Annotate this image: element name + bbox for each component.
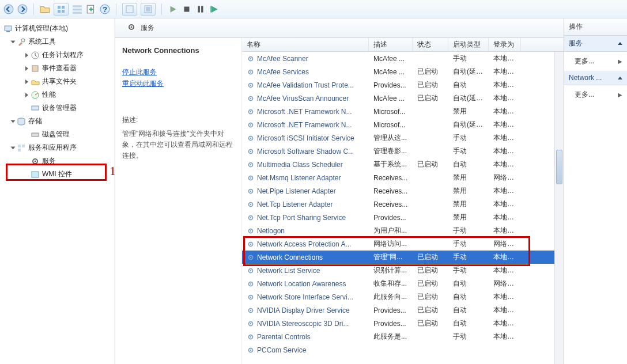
tree-item-label: 磁盘管理 <box>42 130 70 139</box>
actions-section-network[interactable]: Network ... <box>564 71 627 85</box>
tree-item-device-manager[interactable]: 设备管理器 <box>0 101 115 115</box>
row-desc: McAfee ... <box>369 55 413 63</box>
service-row[interactable]: Parental Controls此服务是...手动本地服... <box>242 330 564 343</box>
svg-rect-8 <box>73 12 82 13</box>
row-logon: 本地系... <box>489 160 521 169</box>
row-startup: 自动 <box>448 292 489 302</box>
tree-group-system-tools[interactable]: 系统工具 <box>0 35 115 48</box>
gear-icon <box>247 187 255 195</box>
folder-icon[interactable] <box>40 4 50 14</box>
service-row[interactable]: Network Store Interface Servi...此服务向...已… <box>242 290 564 304</box>
row-desc: McAfee ... <box>369 94 413 103</box>
service-row[interactable]: Netlogon为用户和...手动本地系... <box>242 224 564 237</box>
perf-icon <box>31 90 40 100</box>
row-logon: 本地服... <box>489 199 521 209</box>
service-detail-panel: Network Connections 停止此服务 重启动此服务 描述: 管理"… <box>115 38 242 364</box>
row-desc: Provides... <box>369 320 413 328</box>
service-row[interactable]: Microsoft Software Shadow C...管理卷影...手动本… <box>242 145 564 158</box>
actions-more-2[interactable]: 更多...▶ <box>564 85 627 104</box>
row-startup: 禁用 <box>448 173 489 183</box>
service-row[interactable]: McAfee Validation Trust Prote...Provides… <box>242 78 564 92</box>
tree-group-storage[interactable]: 存储 <box>0 115 115 128</box>
row-desc: 识别计算... <box>369 266 413 275</box>
stop-service-link[interactable]: 停止此服务 <box>122 67 235 77</box>
svg-rect-16 <box>198 6 200 12</box>
col-name[interactable]: 名称 <box>242 38 369 51</box>
item-label: 更多... <box>575 56 594 66</box>
tree-item-shared-folders[interactable]: 共享文件夹 <box>0 75 115 88</box>
pause-icon[interactable] <box>195 4 206 14</box>
row-name: McAfee VirusScan Announcer <box>257 94 349 103</box>
service-row[interactable]: Multimedia Class Scheduler基于系统...已启动自动本地… <box>242 158 564 171</box>
svg-point-65 <box>250 243 252 245</box>
tree-item-services[interactable]: 服务 <box>0 154 115 168</box>
service-row[interactable]: McAfee VirusScan AnnouncerMcAfee ...已启动自… <box>242 92 564 105</box>
row-name: NVIDIA Display Driver Service <box>257 306 350 314</box>
grid-view-button[interactable] <box>54 3 69 16</box>
svg-point-21 <box>21 39 25 42</box>
restart-service-link[interactable]: 重启动此服务 <box>122 79 235 89</box>
service-row[interactable]: NVIDIA Stereoscopic 3D Dri...Provides...… <box>242 317 564 330</box>
row-name: Network Connections <box>257 253 323 261</box>
refresh-button[interactable] <box>141 3 156 16</box>
tree-item-disk-management[interactable]: 磁盘管理 <box>0 128 115 141</box>
col-startup[interactable]: 启动类型 <box>448 38 489 51</box>
gear-icon <box>247 280 255 288</box>
service-row[interactable]: Network List Service识别计算...已启动手动本地服... <box>242 264 564 277</box>
service-row[interactable]: NVIDIA Display Driver ServiceProvides...… <box>242 304 564 317</box>
restart-icon[interactable] <box>209 4 220 14</box>
list-rows[interactable]: McAfee ScannerMcAfee ...手动本地系...McAfee S… <box>242 52 564 364</box>
service-row[interactable]: Net.Msmq Listener AdapterReceives...禁用网络… <box>242 171 564 184</box>
col-status[interactable]: 状态 <box>413 38 448 51</box>
svg-rect-27 <box>32 133 39 136</box>
scroll-thumb[interactable] <box>556 150 562 184</box>
chevron-right-icon <box>25 53 28 58</box>
service-row[interactable]: Net.Pipe Listener AdapterReceives...禁用本地… <box>242 184 564 198</box>
stop-icon[interactable] <box>182 4 192 14</box>
back-icon[interactable] <box>3 4 14 14</box>
service-row[interactable]: Microsoft .NET Framework N...Microsof...… <box>242 105 564 118</box>
service-row[interactable]: Network Access Protection A...网络访问...手动网… <box>242 237 564 251</box>
gear-icon <box>247 320 255 328</box>
row-startup: 手动 <box>448 226 489 236</box>
service-row[interactable]: Microsoft .NET Framework N...Microsof...… <box>242 118 564 131</box>
play-icon[interactable] <box>168 4 178 14</box>
row-desc: 为用户和... <box>369 226 413 236</box>
service-row[interactable]: PCCom Service <box>242 343 564 357</box>
row-logon: 本地系... <box>489 93 521 103</box>
actions-more-1[interactable]: 更多...▶ <box>564 52 627 71</box>
row-logon: 本地服... <box>489 266 521 275</box>
gear-icon <box>247 94 255 103</box>
svg-rect-19 <box>5 26 12 31</box>
properties-button[interactable] <box>122 3 137 16</box>
scrollbar[interactable] <box>554 52 564 364</box>
tree-item-event-viewer[interactable]: 事件查看器 <box>0 62 115 75</box>
row-name: McAfee Scanner <box>257 55 308 63</box>
service-row[interactable]: Net.Tcp Listener AdapterReceives...禁用本地服… <box>242 198 564 211</box>
row-logon: 本地系... <box>489 67 521 77</box>
tree-item-performance[interactable]: 性能 <box>0 88 115 101</box>
service-row[interactable]: McAfee ScannerMcAfee ...手动本地系... <box>242 52 564 65</box>
service-row[interactable]: McAfee ServicesMcAfee ...已启动自动(延迟...本地系.… <box>242 65 564 78</box>
col-desc[interactable]: 描述 <box>369 38 413 51</box>
svg-point-35 <box>131 26 133 28</box>
tree-view-icon[interactable] <box>72 4 82 14</box>
service-row[interactable]: Net.Tcp Port Sharing ServiceProvides...禁… <box>242 211 564 224</box>
service-row[interactable]: Microsoft iSCSI Initiator Service管理从这...… <box>242 131 564 145</box>
help-icon[interactable]: ? <box>100 4 110 14</box>
service-row[interactable]: Network Location Awareness收集和存...已启动自动网络… <box>242 277 564 290</box>
tree-item-wmi[interactable]: WMI 控件 <box>0 168 115 181</box>
computer-icon <box>3 24 13 33</box>
export-icon[interactable] <box>86 4 96 14</box>
row-logon: 本地系... <box>489 252 521 262</box>
row-desc: Microsof... <box>369 108 413 116</box>
actions-section-services[interactable]: 服务 <box>564 36 627 52</box>
service-row[interactable]: Network Connections管理"网...已启动手动本地系... <box>242 251 564 264</box>
gear-icon <box>247 174 255 182</box>
tree-group-services-apps[interactable]: 服务和应用程序 <box>0 141 115 154</box>
row-desc: 管理卷影... <box>369 146 413 156</box>
col-logon[interactable]: 登录为 <box>489 38 521 51</box>
tree-root[interactable]: 计算机管理(本地) <box>0 22 115 35</box>
forward-icon[interactable] <box>17 4 28 14</box>
tree-item-task-scheduler[interactable]: 任务计划程序 <box>0 48 115 62</box>
